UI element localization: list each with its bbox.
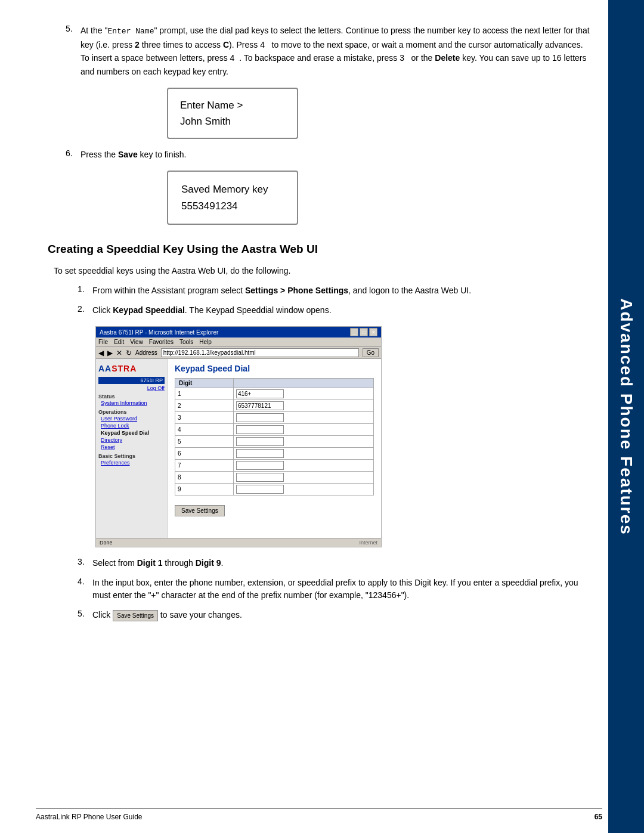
enter-name-line2: John Smith [180,113,285,129]
logoff-link[interactable]: Log Off [98,385,165,391]
nav-status: Status System Information [98,394,165,407]
model-label: 6751I RP [98,377,165,384]
minimize-btn[interactable]: _ [350,328,358,336]
save-settings-inline-btn[interactable]: Save Settings [113,610,158,621]
main-content: 5. At the "Enter Name" prompt, use the d… [36,24,602,621]
page-container: Advanced Phone Features 5. At the "Enter… [0,0,644,833]
col-digit: Digit [175,379,234,388]
enter-name-line1: Enter Name > [180,97,285,113]
input-digit-1[interactable] [236,389,284,398]
settings-bold: Settings > Phone Settings [245,286,348,295]
stop-icon[interactable]: ✕ [116,349,122,357]
nav-basic-settings: Basic Settings Preferences [98,453,165,466]
input-digit-9[interactable] [236,485,284,494]
web-step-5-number: 5. [78,609,92,618]
go-btn[interactable]: Go [363,348,379,357]
input-digit-4[interactable] [236,425,284,434]
web-step-4-text: In the input box, enter the phone number… [92,577,590,602]
table-row: 5 [175,436,374,448]
saved-memory-line1: Saved Memory key [181,181,284,197]
value-5 [233,436,373,448]
value-1 [233,388,373,400]
titlebar-controls[interactable]: _ □ ✕ [350,328,377,336]
status-done: Done [100,540,113,546]
menu-help[interactable]: Help [199,339,212,345]
save-settings-button[interactable]: Save Settings [175,505,225,516]
key-2-bold: 2 [135,40,140,49]
table-row: 8 [175,472,374,484]
table-row: 9 [175,484,374,496]
nav-system-info[interactable]: System Information [98,400,165,407]
status-internet: Internet [359,540,377,546]
web-step-1: 1. From within the Assistant program sel… [78,284,590,297]
enter-name-code: Enter Name [107,27,154,36]
web-step-2: 2. Click Keypad Speeddial. The Keypad Sp… [78,304,590,317]
value-8 [233,472,373,484]
web-ui-steps: 1. From within the Assistant program sel… [60,284,590,621]
screenshot-body: AASTRA 6751I RP Log Off Status System In… [96,359,381,538]
screenshot-menubar: File Edit View Favorites Tools Help [96,337,381,347]
screenshot-toolbar: ◀ ▶ ✕ ↻ Address Go [96,347,381,359]
speed-dial-table: Digit 1 2 [175,378,374,496]
page-footer: AastraLink RP Phone User Guide 65 [36,809,602,821]
menu-edit[interactable]: Edit [114,339,124,345]
address-input[interactable] [161,348,359,357]
delete-bold: Delete [435,53,460,63]
input-digit-3[interactable] [236,413,284,422]
input-digit-5[interactable] [236,437,284,446]
input-digit-6[interactable] [236,449,284,458]
brand-logo: AASTRA [98,364,165,373]
nav-reset[interactable]: Reset [98,444,165,451]
nav-user-password[interactable]: User Password [98,415,165,422]
screenshot-statusbar: Done Internet [96,538,381,547]
nav-keypad-speed-dial[interactable]: Keypad Speed Dial [98,429,165,436]
nav-preferences[interactable]: Preferences [98,459,165,466]
close-btn[interactable]: ✕ [369,328,377,336]
step-6-number: 6. [66,148,80,158]
maximize-btn[interactable]: □ [360,328,368,336]
digit-6: 6 [175,448,234,460]
menu-file[interactable]: File [98,339,108,345]
table-row: 3 [175,412,374,424]
digit-5: 5 [175,436,234,448]
step-6-text: Press the Save key to finish. [80,148,590,161]
web-step-4: 4. In the input box, enter the phone num… [78,577,590,602]
menu-tools[interactable]: Tools [179,339,193,345]
web-step-4-number: 4. [78,577,92,586]
back-icon[interactable]: ◀ [98,349,104,357]
nav-directory[interactable]: Directory [98,436,165,444]
digit-1: 1 [175,388,234,400]
saved-memory-line2: 5553491234 [181,198,284,214]
screenshot-titlebar: Aastra 6751I RP - Microsoft Internet Exp… [96,327,381,337]
web-step-2-number: 2. [78,304,92,314]
digit-9: 9 [175,484,234,496]
digit-1-bold: Digit 1 [137,558,163,568]
input-digit-8[interactable] [236,473,284,482]
value-9 [233,484,373,496]
screenshot-box: Aastra 6751I RP - Microsoft Internet Exp… [95,326,382,547]
operations-label: Operations [98,409,165,415]
basic-settings-label: Basic Settings [98,453,165,459]
section-intro: To set speeddial keys using the Aastra W… [48,264,590,277]
value-4 [233,424,373,436]
input-digit-7[interactable] [236,461,284,470]
screenshot-title: Aastra 6751I RP - Microsoft Internet Exp… [100,329,218,336]
keypad-speeddial-bold: Keypad Speeddial [113,305,185,315]
refresh-icon[interactable]: ↻ [126,349,132,357]
screenshot-sidebar: AASTRA 6751I RP Log Off Status System In… [96,359,168,538]
footer-page: 65 [595,813,602,821]
web-step-1-text: From within the Assistant program select… [92,284,590,297]
menu-favorites[interactable]: Favorites [149,339,174,345]
nav-phone-lock[interactable]: Phone Lock [98,422,165,429]
input-digit-2[interactable] [236,401,284,410]
web-step-3: 3. Select from Digit 1 through Digit 9. [78,557,590,569]
web-step-3-number: 3. [78,557,92,566]
digit-2: 2 [175,400,234,412]
menu-view[interactable]: View [130,339,143,345]
save-settings-container: Save Settings [175,500,374,516]
web-step-5: 5. Click Save Settings to save your chan… [78,609,590,621]
table-row: 7 [175,460,374,472]
forward-icon[interactable]: ▶ [107,349,113,357]
saved-memory-display: Saved Memory key 5553491234 [167,171,298,224]
keypad-speed-dial-title: Keypad Speed Dial [175,364,374,373]
